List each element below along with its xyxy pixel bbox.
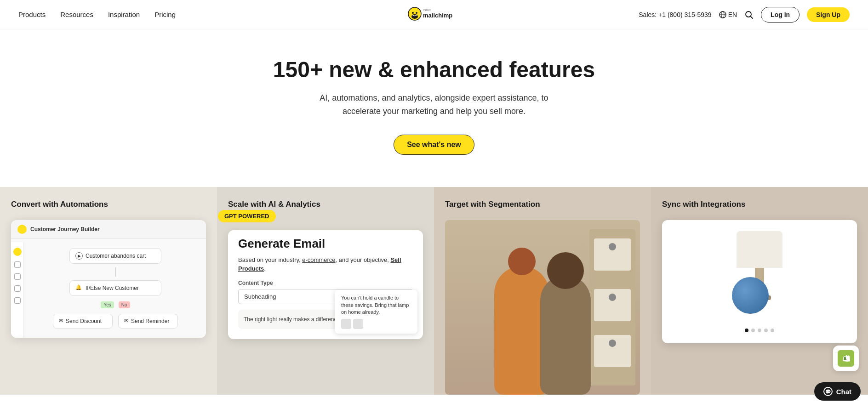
gpt-badge: GPT POWERED — [218, 210, 276, 222]
popup-text: You can't hold a candle to these savings… — [341, 295, 409, 315]
connector — [115, 267, 116, 277]
shelf — [589, 229, 635, 385]
send-discount-label: Send Discount — [66, 318, 102, 324]
hero-title: 150+ new & enhanced features — [9, 57, 859, 82]
panel-automations: Convert with Automations Customer Journe… — [0, 187, 217, 395]
nav-inspiration[interactable]: Inspiration — [108, 11, 140, 18]
abandon-cart-label: Customer abandons cart — [86, 253, 146, 259]
journey-body: ▶ Customer abandons cart 🔔 If/Else New C… — [11, 239, 206, 338]
nav-right: Sales: +1 (800) 315-5939 EN Log In Sign … — [639, 7, 850, 23]
chat-label: Chat — [836, 388, 851, 395]
popup-icon — [341, 319, 351, 329]
segmentation-image — [445, 220, 640, 395]
svg-text:intuit: intuit — [423, 8, 431, 12]
bell-icon: 🔔 — [75, 284, 83, 292]
integrations-card — [662, 220, 857, 343]
play-icon: ▶ — [75, 252, 83, 260]
journey-sidebar-icon — [14, 273, 21, 280]
envelope-icon: ✉ — [59, 318, 63, 324]
journey-header: Customer Journey Builder — [11, 220, 206, 239]
action-nodes: ✉ Send Discount ✉ Send Reminder — [53, 314, 178, 329]
navbar: Products Resources Inspiration Pricing i… — [0, 0, 868, 29]
journey-icon — [17, 225, 27, 234]
panel-segmentation: Target with Segmentation — [434, 187, 651, 395]
send-discount-node: ✉ Send Discount — [53, 314, 113, 329]
hero-description: AI, automations, and analytics, alongsid… — [305, 91, 563, 118]
nav-left: Products Resources Inspiration Pricing — [18, 11, 176, 18]
email-gen-title: Generate Email — [238, 237, 413, 251]
nav-products[interactable]: Products — [18, 11, 46, 18]
email-gen-desc: Based on your industry, e-commerce, and … — [238, 255, 413, 273]
popup-icons — [341, 319, 411, 329]
popup-icon — [353, 319, 363, 329]
yes-branch: Yes — [101, 301, 114, 308]
savings-popup: You can't hold a candle to these savings… — [335, 290, 417, 333]
send-reminder-node: ✉ Send Reminder — [118, 314, 178, 329]
journey-branches: Yes No — [101, 301, 130, 308]
language-selector[interactable]: EN — [719, 11, 737, 18]
svg-point-2 — [412, 12, 414, 14]
svg-text:mailchimp: mailchimp — [423, 12, 452, 19]
content-type-label: Content Type — [238, 280, 413, 286]
shopify-badge[interactable] — [833, 346, 859, 371]
email-gen-card: Generate Email Based on your industry, e… — [228, 230, 423, 339]
email-preview: The right light really makes a differenc… — [238, 310, 413, 329]
email-card-inner: Generate Email Based on your industry, e… — [238, 237, 413, 329]
lang-label: EN — [728, 11, 737, 18]
journey-node-abandon-cart: ▶ Customer abandons cart — [69, 248, 161, 264]
shelf-item-2 — [594, 289, 631, 321]
nav-pricing[interactable]: Pricing — [154, 11, 176, 18]
select-value: Subheading — [244, 293, 276, 300]
hero-section: 150+ new & enhanced features AI, automat… — [0, 29, 868, 187]
journey-builder-card: Customer Journey Builder ▶ Customer aban… — [11, 220, 206, 338]
email-gen-wrapper: GPT POWERED Generate Email Based on your… — [228, 220, 423, 339]
svg-point-3 — [416, 12, 417, 14]
panel-automations-title: Convert with Automations — [11, 200, 206, 209]
nav-resources[interactable]: Resources — [60, 11, 93, 18]
journey-title: Customer Journey Builder — [30, 226, 100, 232]
signup-button[interactable]: Sign Up — [807, 7, 850, 22]
journey-sidebar-icon — [14, 261, 21, 268]
panel-int-title: Sync with Integrations — [662, 200, 857, 209]
search-icon[interactable] — [744, 10, 754, 19]
dot-5[interactable] — [771, 329, 774, 332]
journey-sidebar-icon — [14, 285, 21, 292]
sales-phone: Sales: +1 (800) 315-5939 — [639, 11, 711, 18]
no-branch: No — [119, 301, 130, 308]
lamp-shade — [737, 231, 782, 268]
dot-1[interactable] — [745, 329, 748, 332]
journey-flow: ▶ Customer abandons cart 🔔 If/Else New C… — [31, 248, 200, 329]
panel-seg-title: Target with Segmentation — [445, 200, 640, 209]
journey-node-ifelse: 🔔 If/Else New Customer — [69, 280, 161, 296]
journey-sidebar-icon — [14, 297, 21, 304]
feature-panels: Convert with Automations Customer Journe… — [0, 187, 868, 395]
svg-line-10 — [751, 16, 753, 18]
send-reminder-label: Send Reminder — [131, 318, 169, 324]
dot-3[interactable] — [758, 329, 761, 332]
journey-sidebar-icon — [13, 248, 22, 256]
login-button[interactable]: Log In — [761, 7, 799, 23]
lamp-illustration — [732, 231, 787, 314]
shelf-item-1 — [594, 238, 631, 271]
journey-sidebar — [11, 242, 24, 338]
panel-ai-title: Scale with AI & Analytics — [228, 200, 423, 209]
dot-4[interactable] — [764, 329, 768, 332]
chat-button[interactable]: 💬 Chat — [814, 382, 861, 395]
blue-sphere — [732, 277, 769, 314]
carousel-dots — [745, 329, 774, 332]
person-2 — [540, 275, 591, 395]
panel-ai: Scale with AI & Analytics GPT POWERED Ge… — [217, 187, 434, 395]
shelf-item-3 — [594, 335, 631, 367]
globe-icon — [719, 11, 726, 18]
ifelse-label: If/Else New Customer — [86, 285, 139, 291]
chat-bubble-icon: 💬 — [823, 387, 833, 395]
see-whats-new-button[interactable]: See what's new — [394, 135, 474, 155]
site-logo[interactable]: intuit mailchimp — [406, 5, 462, 25]
svg-point-1 — [411, 14, 418, 19]
dot-2[interactable] — [751, 329, 755, 332]
envelope-icon-2: ✉ — [124, 318, 128, 324]
shopify-icon — [838, 350, 854, 367]
